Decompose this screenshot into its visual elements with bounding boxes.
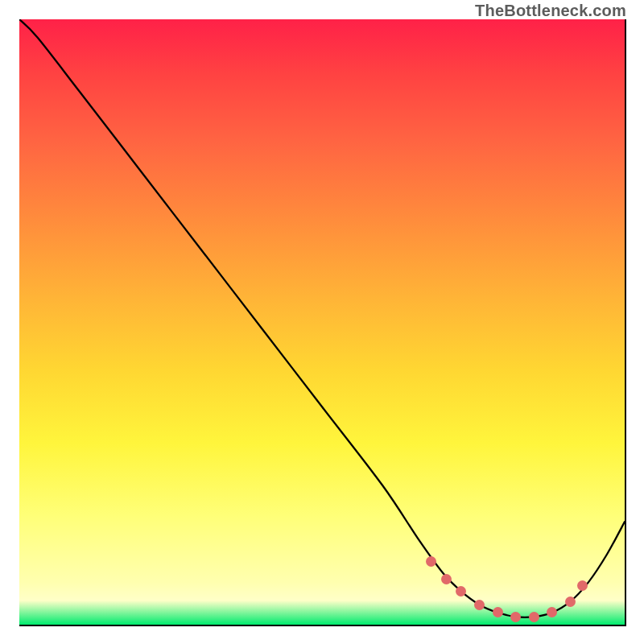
curve-marker: [547, 607, 557, 617]
plot-border-bottom: [19, 625, 626, 626]
curve-marker: [510, 612, 521, 622]
plot-border-right: [625, 19, 626, 625]
curve-marker: [565, 597, 576, 607]
curve-marker: [426, 556, 436, 567]
attribution-label: TheBottleneck.com: [475, 2, 626, 20]
curve-marker: [493, 607, 503, 617]
curve-marker: [577, 580, 588, 591]
curve-marker: [441, 574, 452, 584]
marker-layer: [19, 19, 625, 625]
chart-container: TheBottleneck.com: [0, 0, 644, 644]
curve-marker: [474, 600, 485, 610]
curve-marker: [456, 586, 466, 597]
curve-marker: [529, 612, 539, 622]
